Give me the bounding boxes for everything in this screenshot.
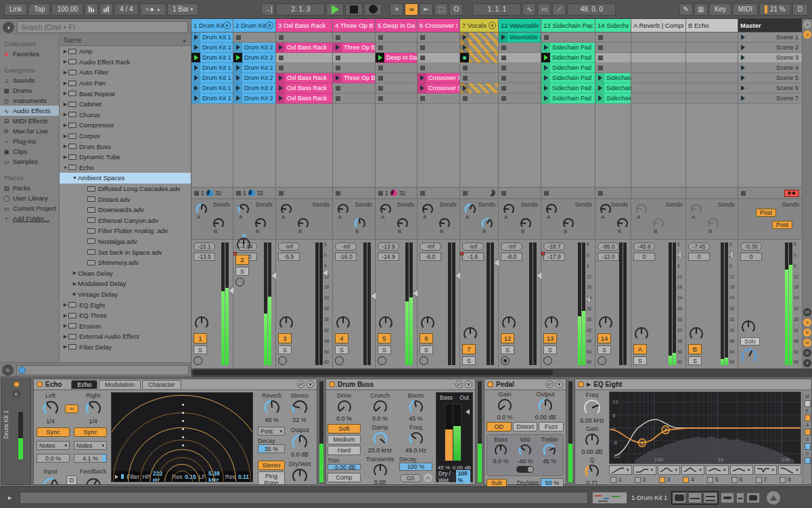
clip-slot[interactable] (499, 83, 541, 93)
clip-slot[interactable]: Oxl Bass Rack (276, 83, 332, 93)
volume-value[interactable]: -5.5 (278, 253, 300, 261)
echo-reverb-position-select[interactable]: Post (258, 427, 285, 436)
clip-slot[interactable] (499, 63, 541, 73)
device-thumbnail[interactable] (688, 492, 702, 503)
arrangement-record-button[interactable] (364, 3, 382, 16)
hot-swap-icon[interactable]: ⇄ (455, 381, 463, 388)
track-header-13[interactable]: 13 Sidechain Pad (541, 19, 595, 33)
tree-item-corpus[interactable]: ▶Corpus (60, 131, 191, 142)
pan-knob[interactable] (378, 315, 394, 331)
arm-button[interactable] (335, 356, 344, 365)
echo-sync-left-button[interactable]: Sync (37, 427, 70, 437)
echo-output-value[interactable]: 0.0 dB (291, 451, 309, 458)
pan-knob[interactable] (462, 326, 478, 342)
echo-notes-left-select[interactable]: Notes (37, 441, 70, 450)
echo-visualization[interactable]: Filter HP222 Hz Res0.15 LP5.38 kHz Res0.… (111, 392, 253, 482)
tree-item-shimmery-adv[interactable]: Shimmery.adv (60, 257, 191, 268)
scrollbar-handle[interactable] (193, 370, 553, 375)
eq-gain-value[interactable]: 0.00 dB (581, 448, 602, 455)
pedal-title[interactable]: Pedal (496, 381, 514, 388)
sidebar-item-instruments[interactable]: ◷Instruments (0, 96, 59, 106)
eq-curve-display[interactable]: 341260-6-121001k10k (609, 391, 801, 464)
clip-slot[interactable] (376, 43, 417, 53)
shape-medium[interactable]: Medium (328, 435, 361, 444)
arm-button[interactable] (501, 356, 510, 365)
clip-slot[interactable] (460, 83, 498, 93)
pedal-bass-value[interactable]: 0.0 % (493, 458, 508, 465)
track-activator-led[interactable] (14, 381, 20, 387)
track-activator-button[interactable]: 12 (501, 333, 514, 343)
pedal-treble-knob[interactable] (542, 443, 557, 458)
automation-re-enable-button[interactable]: O (449, 3, 463, 16)
clip-play-button[interactable] (191, 83, 200, 93)
filter-type-select[interactable]: ▼ (633, 465, 656, 475)
solo-button[interactable]: S (378, 345, 391, 354)
rack-group[interactable] (671, 491, 719, 505)
scene-overview-icon[interactable]: ≡ (803, 20, 811, 28)
tree-item-amp[interactable]: ▶Amp (60, 46, 191, 57)
eq-freq-knob[interactable] (583, 398, 602, 417)
crunch-value[interactable]: 0.0 % (372, 415, 388, 422)
expand-arrow-icon[interactable]: ▶ (72, 281, 78, 287)
time-signature-field[interactable]: 4 / 4 (114, 3, 138, 16)
volume-fader-handle[interactable] (413, 290, 418, 297)
solo-button[interactable]: S (633, 356, 647, 365)
back-to-arrangement-button[interactable]: ⇤ (420, 3, 433, 16)
echo-right-knob[interactable] (85, 400, 102, 417)
trim-value[interactable]: -3.00 dB (328, 464, 361, 470)
damp-value[interactable]: 20.0 kHz (368, 447, 392, 454)
clip-playing-button[interactable] (233, 53, 242, 62)
clip-slot[interactable] (460, 63, 498, 73)
clip-slot[interactable]: Sidechain Pad (541, 43, 595, 53)
expand-arrow-icon[interactable]: ▶ (62, 154, 68, 160)
expand-arrow-icon[interactable]: ▶ (62, 91, 68, 96)
scene-play-button[interactable] (738, 63, 747, 72)
volume-fader-handle[interactable] (537, 272, 541, 279)
expand-arrow-icon[interactable]: ▶ (72, 270, 78, 276)
scene-slot-3[interactable]: Scene 3 (738, 53, 802, 63)
echo-left-knob[interactable] (42, 400, 60, 417)
boom-decay-value[interactable]: 100 % (399, 463, 432, 471)
clip-play-button[interactable] (276, 93, 285, 103)
device-thumbnail[interactable] (704, 492, 717, 503)
eq-eight-title[interactable]: EQ Eight (593, 381, 622, 388)
scene-slot-4[interactable]: Scene 4 (738, 63, 802, 73)
clip-play-button[interactable] (276, 83, 285, 93)
band-enable-checkbox[interactable] (756, 477, 762, 483)
expand-arrow-icon[interactable]: ▶ (62, 49, 68, 54)
stop-button[interactable] (345, 3, 363, 16)
arm-button[interactable] (235, 278, 244, 287)
master-track-header[interactable]: Master (738, 19, 802, 33)
clip-overview[interactable] (592, 492, 627, 504)
track-activator-button[interactable]: 1 (194, 333, 207, 343)
show-m-toggle[interactable]: M (803, 339, 811, 347)
tree-item-audio-effect-rack[interactable]: ▶Audio Effect Rack (60, 57, 191, 68)
peak-level[interactable]: -Inf (462, 242, 484, 251)
mid-freq-toggle[interactable] (516, 466, 534, 473)
help-icon[interactable]: ▸ (4, 492, 16, 503)
track-header-5[interactable]: 5 Deep in Dark (376, 19, 417, 33)
sidebar-item-sounds[interactable]: ♫Sounds (0, 75, 59, 85)
clip-slot[interactable]: Sidechain Pad (541, 93, 595, 104)
clip-slot[interactable] (460, 93, 498, 104)
sidebar-item-packs[interactable]: ▤Packs (0, 183, 59, 193)
solo-button[interactable]: S (278, 345, 292, 354)
comp-button[interactable]: Comp (328, 473, 361, 482)
scene-slot-6[interactable]: Scene 6 (738, 83, 802, 93)
clip-play-button[interactable] (233, 63, 242, 72)
volume-value[interactable]: -17.9 (543, 253, 565, 261)
tree-item-eq-eight[interactable]: ▶EQ Eight (60, 299, 191, 310)
band-enable-checkbox[interactable] (635, 477, 641, 483)
sidebar-item-user-library[interactable]: ◯User Library (0, 193, 59, 203)
pan-knob[interactable] (543, 315, 560, 331)
clip-play-button[interactable] (191, 63, 200, 72)
clip-slot[interactable] (631, 83, 685, 93)
echo-notes-right-select[interactable]: Notes (74, 441, 107, 450)
computer-midi-keyboard-button[interactable]: ▥ (694, 3, 708, 16)
clip-playing-button[interactable] (376, 53, 384, 62)
clip-slot[interactable]: Sidechain Pad (541, 53, 595, 63)
peak-level[interactable]: -18.7 (543, 242, 565, 251)
sidebar-item-clips[interactable]: ▣Clips (0, 146, 59, 156)
pedal-bass-knob[interactable] (493, 443, 508, 458)
clip-play-button[interactable] (333, 43, 342, 52)
